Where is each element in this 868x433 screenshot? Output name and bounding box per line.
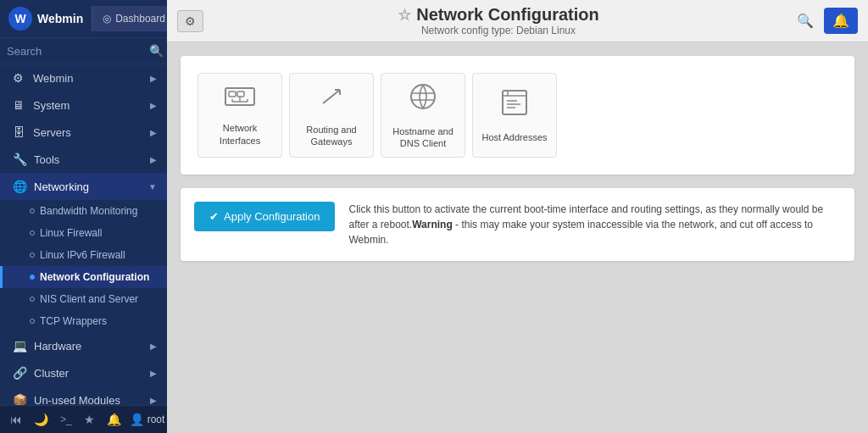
modules-icon: 📦 <box>13 393 27 405</box>
sidebar-footer: ⏮ 🌙 >_ ★ 🔔 👤 root ❤ <box>0 405 167 433</box>
dashboard-label: Dashboard <box>115 13 165 25</box>
svg-line-7 <box>323 90 340 103</box>
networking-icon: 🌐 <box>13 180 27 193</box>
sidebar-item-label: Networking <box>34 180 89 193</box>
network-interfaces-label: Network Interfaces <box>205 122 275 147</box>
active-bullet-icon <box>30 275 35 280</box>
bullet-icon <box>30 253 35 258</box>
bullet-icon <box>30 230 35 236</box>
tools-icon: 🔧 <box>13 153 27 166</box>
chevron-right-icon: ▶ <box>150 101 157 110</box>
page-subtitle: Network config type: Debian Linux <box>210 25 787 36</box>
sidebar-item-label: Un-used Modules <box>34 394 120 406</box>
checkmark-icon: ✔ <box>209 210 219 223</box>
sidebar-item-label: Webmin <box>33 72 73 85</box>
chevron-right-icon: ▶ <box>150 396 157 405</box>
chevron-right-icon: ▶ <box>150 128 157 137</box>
host-addresses-card[interactable]: Host Addresses <box>472 73 557 158</box>
sidebar-sub-label: Linux IPv6 Firewall <box>40 249 125 261</box>
chevron-right-icon: ▶ <box>150 74 157 83</box>
sidebar-item-label: Servers <box>33 126 71 139</box>
main-content: Network Interfaces Routing and Gateways <box>167 42 868 433</box>
routing-icon <box>316 83 347 117</box>
sidebar-item-bandwidth[interactable]: Bandwidth Monitoring <box>0 200 167 222</box>
sidebar-item-linux-ipv6[interactable]: Linux IPv6 Firewall <box>0 244 167 266</box>
hostname-dns-card[interactable]: Hostname and DNS Client <box>381 73 465 158</box>
main-header: ⚙ ☆ Network Configuration Network config… <box>167 0 868 42</box>
favorite-star-icon[interactable]: ☆ <box>398 6 411 25</box>
routing-gateways-card[interactable]: Routing and Gateways <box>289 73 374 158</box>
chevron-right-icon: ▶ <box>150 155 157 164</box>
sidebar-logo-label: Webmin <box>37 12 83 25</box>
main-search-button[interactable]: 🔍 <box>793 9 817 32</box>
sidebar-item-system[interactable]: 🖥 System ▶ <box>0 92 167 119</box>
sidebar-item-label: Hardware <box>34 340 81 353</box>
sidebar-item-label: Tools <box>34 153 59 166</box>
page-title-text: Network Configuration <box>416 5 599 25</box>
sidebar-item-tools[interactable]: 🔧 Tools ▶ <box>0 146 167 173</box>
host-addresses-icon <box>500 87 529 125</box>
user-icon: 👤 <box>130 413 144 426</box>
system-icon: 🖥 <box>13 98 26 112</box>
cluster-icon: 🔗 <box>13 366 27 380</box>
svg-rect-13 <box>503 91 526 114</box>
network-interfaces-card[interactable]: Network Interfaces <box>198 73 282 158</box>
apply-description: Click this button to activate the curren… <box>348 202 841 247</box>
sidebar-item-linux-fw[interactable]: Linux Firewall <box>0 222 167 244</box>
routing-gateways-label: Routing and Gateways <box>297 124 366 148</box>
svg-rect-1 <box>229 92 236 97</box>
settings-gear-button[interactable]: ⚙ <box>177 10 203 32</box>
sidebar-item-network-config[interactable]: Network Configuration <box>0 266 167 288</box>
user-info: 👤 root <box>130 413 165 426</box>
apply-btn-label: Apply Configuration <box>224 210 320 223</box>
apply-configuration-button[interactable]: ✔ Apply Configuration <box>194 202 335 231</box>
dashboard-icon: ◎ <box>103 13 111 25</box>
sidebar-item-networking[interactable]: 🌐 Networking ▼ <box>0 173 167 200</box>
page-title: ☆ Network Configuration <box>210 5 787 25</box>
search-icon: 🔍 <box>149 44 164 58</box>
chevron-down-icon: ▼ <box>148 182 157 192</box>
night-mode-icon[interactable]: 🌙 <box>31 411 52 428</box>
notifications-icon[interactable]: 🔔 <box>103 411 125 428</box>
sidebar-logo-button[interactable]: W Webmin <box>0 0 92 37</box>
sidebar-item-webmin[interactable]: ⚙ Webmin ▶ <box>0 64 167 92</box>
username-label: root <box>147 414 165 425</box>
hostname-dns-label: Hostname and DNS Client <box>388 125 458 150</box>
apply-configuration-section: ✔ Apply Configuration Click this button … <box>181 188 854 261</box>
sidebar: W Webmin ◎ Dashboard 🔍 ⚙ Webmin ▶ 🖥 Syst… <box>0 0 167 433</box>
svg-rect-2 <box>237 92 244 97</box>
sidebar-item-nis[interactable]: NIS Client and Server <box>0 288 167 310</box>
sidebar-item-cluster[interactable]: 🔗 Cluster ▶ <box>0 359 167 386</box>
bullet-icon <box>30 319 35 324</box>
sidebar-item-hardware[interactable]: 💻 Hardware ▶ <box>0 332 167 359</box>
sidebar-item-unused-modules[interactable]: 📦 Un-used Modules ▶ <box>0 386 167 405</box>
sidebar-item-label: Cluster <box>34 367 69 380</box>
sidebar-item-servers[interactable]: 🗄 Servers ▶ <box>0 119 167 146</box>
sidebar-search-bar: 🔍 <box>0 38 167 64</box>
webmin-logo-icon: W <box>8 7 32 31</box>
sidebar-nav: ⚙ Webmin ▶ 🖥 System ▶ 🗄 Servers ▶ 🔧 Tool… <box>0 64 167 405</box>
prev-icon[interactable]: ⏮ <box>7 411 25 428</box>
apply-warning-label: Warning <box>412 219 453 230</box>
favorites-icon[interactable]: ★ <box>81 411 98 428</box>
sidebar-item-label: System <box>33 99 70 112</box>
terminal-icon[interactable]: >_ <box>57 412 75 427</box>
notifications-bell-button[interactable]: 🔔 <box>824 8 858 34</box>
svg-point-10 <box>411 85 435 108</box>
network-interfaces-icon <box>225 84 255 115</box>
chevron-right-icon: ▶ <box>150 341 157 351</box>
search-input[interactable] <box>7 45 149 58</box>
dashboard-button[interactable]: ◎ Dashboard <box>92 6 167 31</box>
servers-icon: 🗄 <box>13 125 26 139</box>
network-modules-panel: Network Interfaces Routing and Gateways <box>181 56 854 175</box>
chevron-right-icon: ▶ <box>150 369 157 378</box>
bullet-icon <box>30 208 35 214</box>
sidebar-header: W Webmin ◎ Dashboard <box>0 0 167 38</box>
host-addresses-label: Host Addresses <box>481 131 547 143</box>
bullet-icon <box>30 297 35 302</box>
sidebar-sub-label: NIS Client and Server <box>40 293 138 305</box>
webmin-icon: ⚙ <box>13 71 26 85</box>
sidebar-item-tcp[interactable]: TCP Wrappers <box>0 310 167 332</box>
modules-icon-grid: Network Interfaces Routing and Gateways <box>198 73 837 158</box>
sidebar-sub-label: Network Configuration <box>40 271 149 283</box>
